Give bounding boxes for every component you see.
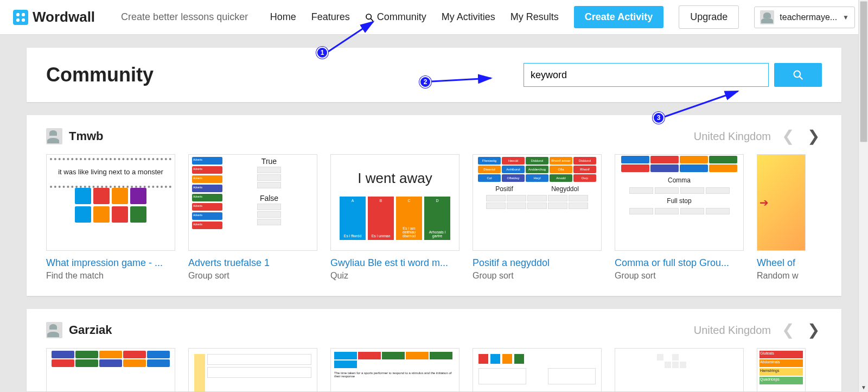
annotation-badge: 1 xyxy=(316,47,328,59)
badge-number: 1 xyxy=(321,49,324,56)
annotation-overlay xyxy=(0,0,868,392)
annotation-badge: 3 xyxy=(653,112,665,124)
badge-number: 2 xyxy=(424,78,427,86)
badge-number: 3 xyxy=(657,114,661,122)
svg-line-6 xyxy=(665,91,738,117)
annotation-badge: 2 xyxy=(419,76,431,88)
svg-line-4 xyxy=(328,22,373,52)
svg-line-5 xyxy=(431,78,491,81)
